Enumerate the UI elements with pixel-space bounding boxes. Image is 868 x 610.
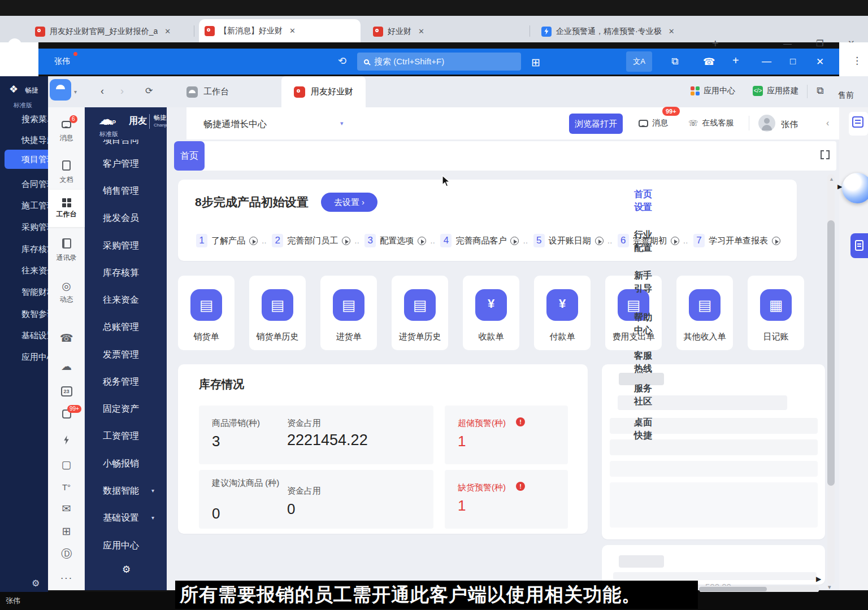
rail-item-todo[interactable]: 99+ xyxy=(48,409,85,421)
setup-step-4[interactable]: 4 完善商品客户 ‥ xyxy=(440,234,528,247)
rail-item-app-add[interactable]: ⊞ xyxy=(48,525,85,538)
chevron-down-icon[interactable]: ▾ xyxy=(151,487,154,494)
shortcut-receive-payment[interactable]: ¥ 收款单 xyxy=(463,276,519,350)
bg-nav-item[interactable]: 智能财税 xyxy=(21,287,48,298)
message-window-icon[interactable] xyxy=(852,116,863,128)
bg-nav-item[interactable]: 基础设置 xyxy=(21,330,48,341)
app-build-link[interactable]: </> 应用搭建 xyxy=(753,86,798,96)
screen-cast-icon[interactable]: ⧉ xyxy=(671,56,678,67)
sidebar-item-expense[interactable]: 小畅报销 xyxy=(103,458,139,470)
history-icon[interactable]: ⟲ xyxy=(338,55,346,67)
shortcut-purchase-history[interactable]: ▤ 进货单历史 xyxy=(392,276,448,350)
bg-nav-item[interactable]: 库存核算 xyxy=(21,244,48,255)
open-in-browser-button[interactable]: 浏览器打开 xyxy=(569,114,623,134)
rail-item-more[interactable]: ··· xyxy=(48,572,85,584)
setup-step-7[interactable]: 7 学习开单查报表 xyxy=(693,234,780,247)
quicknav-help-center[interactable]: 帮助 中心 xyxy=(629,311,657,337)
setup-step-1[interactable]: 1 了解产品 ‥ xyxy=(196,234,267,247)
scroll-up-icon[interactable]: ▲ xyxy=(829,176,834,182)
play-icon[interactable] xyxy=(510,237,519,245)
bg-nav-item[interactable]: 施工管理 xyxy=(21,201,48,211)
rail-item-messages[interactable]: 消息 6 xyxy=(48,119,85,143)
sidebar-item-inventory[interactable]: 库存核算 xyxy=(103,267,139,279)
shortcut-journal[interactable]: ▦ 日记账 xyxy=(748,276,804,350)
quicknav-beginner-guide[interactable]: 新手 引导 xyxy=(629,269,657,295)
rail-item-docs[interactable]: 文档 xyxy=(48,160,85,185)
shortcut-purchase-receipt[interactable]: ▤ 进货单 xyxy=(320,276,377,350)
inventory-alert-tile[interactable]: 缺货预警(种) ! 1 xyxy=(445,470,568,529)
rail-item-feed[interactable]: ◎ 动态 xyxy=(48,280,85,304)
window-maximize-button[interactable]: ❐ xyxy=(816,38,823,49)
avatar-caret-icon[interactable]: ▾ xyxy=(74,89,77,95)
gear-icon[interactable]: ⚙ xyxy=(122,564,131,576)
rail-item-contacts[interactable]: 通讯录 xyxy=(48,238,85,263)
scroll-right-icon[interactable]: ▶ xyxy=(816,575,821,583)
shortcut-sales-receipt[interactable]: ▤ 销货单 xyxy=(178,276,235,350)
bg-nav-item[interactable]: 搜索菜单 xyxy=(21,114,48,125)
go-setup-button[interactable]: 去设置 › xyxy=(321,193,377,212)
user-name[interactable]: 张伟 xyxy=(781,119,798,130)
sidebar-item-tax[interactable]: 税务管理 xyxy=(103,376,139,388)
workspace-select[interactable]: 畅捷通增长中心 xyxy=(203,119,267,130)
sidebar-item-data-intelligence[interactable]: 数据智能 xyxy=(103,485,139,497)
gear-icon[interactable]: ⚙ xyxy=(32,578,40,589)
sidebar-item-wholesale[interactable]: 批发会员 xyxy=(103,212,139,224)
scroll-down-icon[interactable]: ▾ xyxy=(828,583,831,591)
sidebar-item-funds[interactable]: 往来资金 xyxy=(103,294,139,306)
horizontal-scrollbar-thumb[interactable] xyxy=(699,587,767,591)
chevron-down-icon[interactable]: ▾ xyxy=(151,515,154,521)
translate-icon[interactable]: 文A xyxy=(626,51,652,72)
quicknav-industry-config[interactable]: 行业 配置 xyxy=(629,228,657,254)
chevron-down-icon[interactable]: ▾ xyxy=(340,120,344,127)
browser-tab-3[interactable]: 好业财 ✕ xyxy=(367,20,530,42)
app-center-link[interactable]: 应用中心 xyxy=(691,86,735,96)
setup-step-3[interactable]: 3 配置选项 ‥ xyxy=(364,234,436,247)
titlebar-user[interactable]: 张伟 xyxy=(54,56,70,67)
rail-item-phone[interactable]: ☎ xyxy=(48,332,85,345)
rail-item-calendar[interactable]: 23 xyxy=(48,385,85,396)
close-tab-icon[interactable]: ✕ xyxy=(669,27,675,36)
quicknav-desktop-shortcut[interactable]: 桌面 快捷 xyxy=(629,416,657,442)
rail-item-temperature[interactable]: T° xyxy=(48,481,85,494)
tab-home[interactable]: 首页 xyxy=(174,141,205,171)
online-service-link[interactable]: ☏ 在线客服 xyxy=(688,118,734,128)
quicknav-service-hotline[interactable]: 客服 热线 xyxy=(629,349,657,375)
rail-item-mail[interactable]: ✉ xyxy=(48,503,85,515)
play-icon[interactable] xyxy=(671,237,679,245)
expand-icon[interactable] xyxy=(821,150,830,159)
quicknav-home-settings[interactable]: 首页 设置 xyxy=(629,188,657,213)
sidebar-item-clipped[interactable]: 项目合同 xyxy=(103,140,139,146)
play-icon[interactable] xyxy=(772,237,780,245)
inventory-alert-tile[interactable]: 超储预警(种) ! 1 xyxy=(445,406,568,464)
window-minimize-button[interactable]: — xyxy=(783,38,792,48)
close-tab-icon[interactable]: ✕ xyxy=(418,27,424,36)
sidebar-item-purchasing[interactable]: 采购管理 xyxy=(103,240,139,252)
sidebar-item-payroll[interactable]: 工资管理 xyxy=(103,430,139,442)
bg-nav-item[interactable]: 往来资金 xyxy=(21,265,48,276)
browser-tab-2-active[interactable]: 【新消息】好业财 ✕ xyxy=(199,19,361,42)
rail-item-box[interactable]: ▢ xyxy=(48,459,85,471)
bg-nav-item[interactable]: 数智参谋 xyxy=(21,309,48,320)
titlebar-plus-icon[interactable]: + xyxy=(732,54,739,67)
messages-link[interactable]: 消息 xyxy=(639,118,668,128)
sidebar-item-customers[interactable]: 客户管理 xyxy=(103,158,139,170)
collapse-icon[interactable]: ‹ xyxy=(826,118,829,128)
titlebar-close-icon[interactable]: ✕ xyxy=(816,56,824,68)
titlebar-maximize-icon[interactable]: □ xyxy=(790,56,796,67)
rail-item-workbench[interactable]: 工作台 xyxy=(48,197,85,219)
workbench-grid-add-icon[interactable]: ⊞ xyxy=(531,56,540,69)
bg-nav-item[interactable]: 合同管理 xyxy=(21,179,48,190)
sidebar-item-sales[interactable]: 销售管理 xyxy=(103,185,139,197)
setup-step-2[interactable]: 2 完善部门员工 ‥ xyxy=(272,234,360,247)
vertical-scrollbar-thumb[interactable] xyxy=(827,220,835,486)
sidebar-item-fixed-assets[interactable]: 固定资产 xyxy=(103,403,139,415)
share-icon[interactable]: ⧉ xyxy=(817,85,823,97)
shortcut-other-income[interactable]: ▤ 其他收入单 xyxy=(676,276,733,350)
bg-nav-item[interactable]: 采购管理 xyxy=(21,222,48,233)
browser-tab-4[interactable]: 企业预警通，精准预警·专业极 ✕ xyxy=(536,20,700,42)
sidebar-item-settings[interactable]: 基础设置 xyxy=(103,512,139,524)
close-tab-icon[interactable]: ✕ xyxy=(164,27,171,36)
play-icon[interactable] xyxy=(595,237,604,245)
browser-menu-icon[interactable]: ⋮ xyxy=(852,55,862,67)
bg-nav-item[interactable]: 快捷导航 xyxy=(21,135,48,146)
